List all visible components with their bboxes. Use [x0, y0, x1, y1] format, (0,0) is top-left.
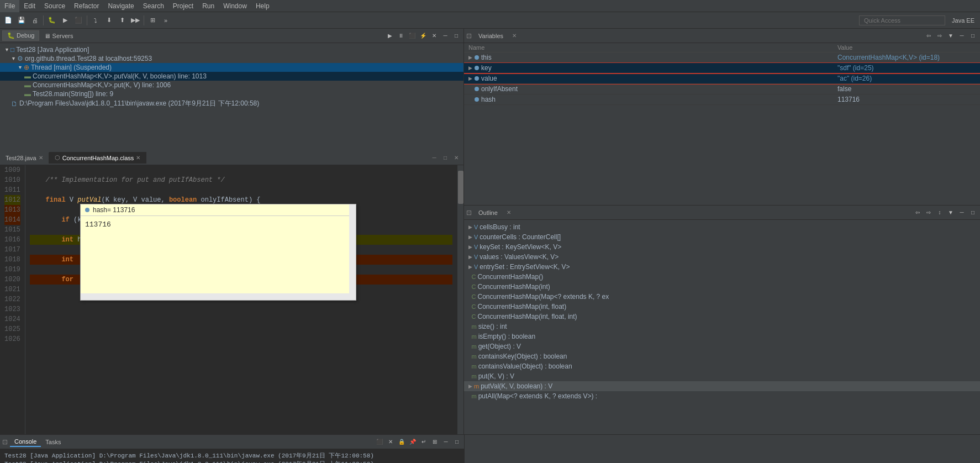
step-return[interactable]: ⬆: [116, 14, 128, 27]
outline-item-ctor2[interactable]: C ConcurrentHashMap(int): [464, 282, 980, 292]
step-over[interactable]: ⤵: [89, 14, 102, 27]
editor-maximize[interactable]: □: [440, 153, 450, 163]
tree-item-jar[interactable]: 🗋 D:\Program Files\Java\jdk1.8.0_111\bin…: [0, 98, 463, 109]
menu-source[interactable]: Source: [40, 0, 70, 12]
outline-item-ctor4[interactable]: C ConcurrentHashMap(int, float): [464, 302, 980, 312]
debug-button[interactable]: 🐛: [46, 14, 58, 27]
outline-item-containskey[interactable]: m containsKey(Object) : boolean: [464, 351, 980, 361]
tab-variables-close-icon[interactable]: ✕: [508, 31, 521, 40]
outline-item-putval[interactable]: ▶ m putVal(K, V, boolean) : V: [464, 381, 980, 391]
step-into[interactable]: ⬇: [103, 14, 115, 27]
save-button[interactable]: 💾: [15, 14, 28, 27]
tab-servers[interactable]: 🖥 Servers: [39, 31, 78, 41]
outline-item-ctor1[interactable]: C ConcurrentHashMap(): [464, 272, 980, 282]
outline-item-entryset[interactable]: ▶ V entrySet : EntrySetView<K, V>: [464, 262, 980, 272]
tab-test28-close[interactable]: ✕: [39, 155, 43, 161]
tree-item-frame3[interactable]: ▬ Test28.main(String[]) line: 9: [0, 90, 463, 98]
outline-item-get[interactable]: m get(Object) : V: [464, 341, 980, 351]
editor-minimize[interactable]: ─: [429, 153, 439, 163]
menu-navigate[interactable]: Navigate: [103, 0, 138, 12]
tab-concurrent-close[interactable]: ✕: [136, 155, 140, 161]
outline-menu[interactable]: ▼: [946, 208, 956, 218]
variables-menu[interactable]: ▼: [946, 31, 956, 41]
outline-minimize[interactable]: ─: [957, 208, 967, 218]
editor-close[interactable]: ✕: [451, 153, 461, 163]
print-button[interactable]: 🖨: [29, 14, 41, 27]
tab-outline[interactable]: Outline: [474, 208, 502, 217]
debug-tree[interactable]: ▼ □ Test28 [Java Application] ▼ ⚙ org.gi…: [0, 43, 463, 151]
var-row-onlyifabsent[interactable]: ▶ onlyIfAbsent false: [464, 84, 980, 94]
console-stop[interactable]: ⬛: [375, 437, 384, 447]
tab-tasks[interactable]: Tasks: [41, 438, 65, 446]
code-vscroll[interactable]: [457, 165, 463, 434]
tab-outline-close[interactable]: ✕: [502, 208, 515, 217]
outline-item-cellsbusy[interactable]: ▶ V cellsBusy : int: [464, 222, 980, 232]
run-button[interactable]: ▶: [59, 14, 71, 27]
tab-variables[interactable]: Variables: [474, 31, 508, 40]
debug-maximize-icon[interactable]: □: [451, 31, 461, 41]
console-scroll-lock[interactable]: 🔒: [397, 437, 407, 447]
console-word-wrap[interactable]: ↵: [419, 437, 429, 447]
outline-item-put[interactable]: m put(K, V) : V: [464, 371, 980, 381]
menu-search[interactable]: Search: [139, 0, 168, 12]
outline-item-ctor3[interactable]: C ConcurrentHashMap(Map<? extends K, ? e…: [464, 292, 980, 302]
quick-access-input[interactable]: [859, 15, 945, 25]
resume[interactable]: ▶▶: [129, 14, 141, 27]
outline-item-ctor5[interactable]: C ConcurrentHashMap(int, float, int): [464, 312, 980, 322]
outline-collapse[interactable]: ⇦: [913, 208, 923, 218]
console-content[interactable]: Test28 [Java Application] D:\Program Fil…: [0, 449, 464, 463]
debug-terminate-icon[interactable]: ⬛: [407, 31, 417, 41]
menu-window[interactable]: Window: [219, 0, 251, 12]
debug-resume-icon[interactable]: ▶: [385, 31, 395, 41]
console-maximize[interactable]: □: [452, 437, 462, 447]
tooltip-hscroll[interactable]: [81, 293, 349, 300]
var-row-value[interactable]: ▶ value "ac" (id=26): [464, 73, 980, 84]
var-row-this[interactable]: ▶ this ConcurrentHashMap<K,V> (id=18): [464, 52, 980, 63]
code-vscroll-thumb[interactable]: [458, 171, 463, 204]
perspective-btn[interactable]: ⊞: [146, 14, 159, 27]
menu-edit[interactable]: Edit: [19, 0, 40, 12]
menu-help[interactable]: Help: [251, 0, 274, 12]
var-row-hash[interactable]: ▶ hash 113716: [464, 94, 980, 105]
menu-refactor[interactable]: Refactor: [70, 0, 103, 12]
stop-button[interactable]: ⬛: [72, 14, 85, 27]
tab-test28[interactable]: Test28.java ✕: [0, 152, 49, 164]
outline-item-isempty[interactable]: m isEmpty() : boolean: [464, 332, 980, 341]
debug-suspend-icon[interactable]: ⏸: [396, 31, 406, 41]
outline-item-keyset[interactable]: ▶ V keySet : KeySetView<K, V>: [464, 242, 980, 252]
outline-sort[interactable]: ↕: [935, 208, 945, 218]
outline-item-containsvalue[interactable]: m containsValue(Object) : boolean: [464, 361, 980, 371]
new-button[interactable]: 📄: [2, 14, 14, 27]
tab-concurrent[interactable]: ⬡ ConcurrentHashMap.class ✕: [49, 152, 147, 164]
variables-maximize[interactable]: □: [968, 31, 978, 41]
outline-maximize[interactable]: □: [968, 208, 978, 218]
outline-item-size[interactable]: m size() : int: [464, 322, 980, 332]
tree-item-frame1[interactable]: ▬ ConcurrentHashMap<K,V>.putVal(K, V, bo…: [0, 72, 463, 81]
console-clear[interactable]: ✕: [386, 437, 396, 447]
debug-minimize-icon[interactable]: ─: [440, 31, 450, 41]
console-open-console[interactable]: ⊞: [430, 437, 440, 447]
menu-run[interactable]: Run: [198, 0, 219, 12]
outline-item-values[interactable]: ▶ V values : ValuesView<K, V>: [464, 252, 980, 262]
console-pin[interactable]: 📌: [408, 437, 418, 447]
console-minimize[interactable]: ─: [441, 437, 451, 447]
variables-expand[interactable]: ⇨: [935, 31, 945, 41]
more-toolbar[interactable]: »: [160, 14, 172, 27]
variables-minimize[interactable]: ─: [957, 31, 967, 41]
tree-item-thread[interactable]: ▼ ⊕ Thread [main] (Suspended): [0, 63, 463, 72]
tooltip-scrollbar[interactable]: [349, 204, 356, 300]
outline-item-countercells[interactable]: ▶ V counterCells : CounterCell[]: [464, 232, 980, 242]
variables-collapse[interactable]: ⇦: [924, 31, 934, 41]
var-row-key[interactable]: ▶ key "sdf" (id=25): [464, 63, 980, 73]
tab-debug[interactable]: 🐛 Debug: [2, 30, 39, 41]
menu-file[interactable]: File: [0, 0, 19, 12]
tree-item-frame2[interactable]: ▬ ConcurrentHashMap<K,V>.put(K, V) line:…: [0, 81, 463, 90]
tree-item-application[interactable]: ▼ □ Test28 [Java Application]: [0, 45, 463, 54]
tab-console[interactable]: Console: [10, 437, 41, 447]
menu-project[interactable]: Project: [168, 0, 198, 12]
outline-item-putall[interactable]: m putAll(Map<? extends K, ? extends V>) …: [464, 391, 980, 401]
tree-item-process[interactable]: ▼ ⚙ org.github.thread.Test28 at localhos…: [0, 54, 463, 63]
debug-disconnect-icon[interactable]: ⚡: [418, 31, 428, 41]
debug-remove-icon[interactable]: ✕: [429, 31, 439, 41]
outline-expand[interactable]: ⇨: [924, 208, 934, 218]
